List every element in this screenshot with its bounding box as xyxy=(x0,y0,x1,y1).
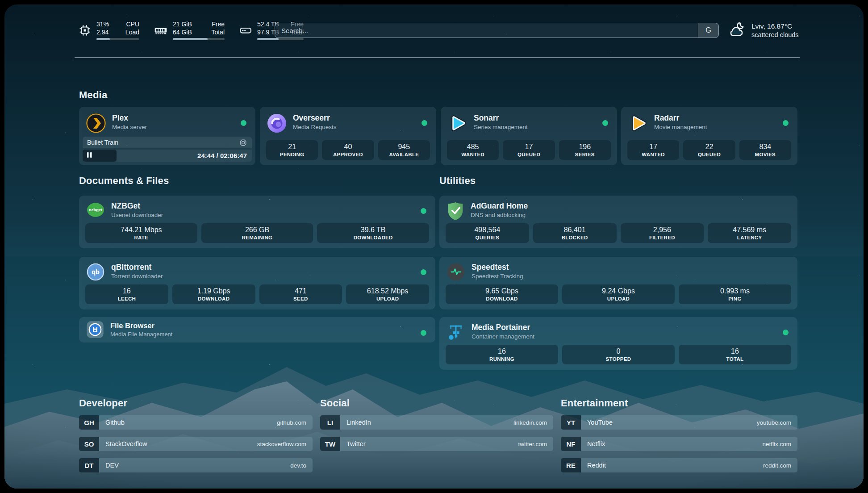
header: 31%CPU 2.94Load xyxy=(75,18,800,46)
playback-elapsed-fill xyxy=(83,150,117,162)
portainer-icon xyxy=(447,323,465,342)
youtube-abbr: YT xyxy=(561,415,581,430)
adguard-stat-blocked: 86,401BLOCKED xyxy=(533,223,617,243)
memory-stat-widget: 21 GiBFree 64 GiBTotal xyxy=(154,21,225,40)
weather-location-temp: Lviv, 16.87°C xyxy=(751,22,799,31)
portainer-stat-total: 16TOTAL xyxy=(679,345,791,364)
now-playing-title: Bullet Train xyxy=(87,139,118,146)
header-divider xyxy=(75,57,800,58)
adguard-stat-latency: 47.569 msLATENCY xyxy=(708,223,791,243)
nzbget-subtitle: Usenet downloader xyxy=(111,211,163,219)
overseerr-status-dot xyxy=(421,120,427,126)
disk-progress-fill xyxy=(257,38,279,40)
section-title-utilities: Utilities xyxy=(439,175,476,187)
disk-icon xyxy=(239,24,252,37)
overseerr-icon xyxy=(267,113,287,133)
speedtest-stat-upload: 9.24 GbpsUPLOAD xyxy=(562,284,675,304)
sonarr-title: Sonarr xyxy=(474,113,528,123)
qbittorrent-card[interactable]: qb qBittorrent Torrent downloader 16LEEC… xyxy=(79,257,435,309)
linkedin-abbr: LI xyxy=(320,415,340,430)
overseerr-stat-pending: 21PENDING xyxy=(266,140,318,160)
speedtest-subtitle: Speedtest Tracking xyxy=(472,272,523,280)
plex-status-dot xyxy=(241,120,246,126)
portainer-status-dot xyxy=(783,330,789,335)
radarr-stat-wanted: 17WANTED xyxy=(627,140,679,160)
search-input[interactable] xyxy=(275,23,698,38)
speedtest-icon xyxy=(447,263,465,281)
filebrowser-subtitle: Media File Management xyxy=(110,330,172,338)
qbittorrent-stat-leech: 16LEECH xyxy=(85,284,168,304)
playback-time: 24:44 / 02:06:47 xyxy=(197,152,252,159)
section-title-developer: Developer xyxy=(79,397,127,409)
radarr-subtitle: Movie management xyxy=(654,123,707,131)
speedtest-stat-download: 9.65 GbpsDOWNLOAD xyxy=(446,284,558,304)
sonarr-stat-series: 196SERIES xyxy=(559,140,611,160)
stackoverflow-abbr: SO xyxy=(79,437,99,451)
bookmark-linkedin[interactable]: LI LinkedInlinkedin.com xyxy=(320,415,553,430)
bookmark-stackoverflow[interactable]: SO StackOverflowstackoverflow.com xyxy=(79,437,313,451)
sonarr-status-dot xyxy=(602,120,608,126)
radarr-stat-queued: 22QUEUED xyxy=(683,140,735,160)
plex-icon xyxy=(86,113,106,133)
radarr-card[interactable]: Radarr Movie management 17WANTED 22QUEUE… xyxy=(621,107,797,165)
adguard-subtitle: DNS and adblocking xyxy=(471,211,528,219)
portainer-subtitle: Container management xyxy=(472,333,534,340)
filebrowser-icon xyxy=(86,321,104,338)
radarr-stat-movies: 834MOVIES xyxy=(739,140,791,160)
filebrowser-card[interactable]: File Browser Media File Management xyxy=(79,317,435,343)
adguard-card[interactable]: AdGuard Home DNS and adblocking 498,564Q… xyxy=(439,196,797,248)
radarr-status-dot xyxy=(783,120,789,126)
plex-now-playing: Bullet Train xyxy=(83,137,252,162)
filebrowser-status-dot xyxy=(421,330,426,336)
search-provider-button[interactable]: G xyxy=(698,23,718,38)
portainer-stat-running: 16RUNNING xyxy=(446,345,558,364)
section-title-social: Social xyxy=(320,397,350,409)
overseerr-card[interactable]: Overseerr Media Requests 21PENDING 40APP… xyxy=(260,107,436,165)
memory-label-top: Free xyxy=(212,21,225,29)
section-title-entertainment: Entertainment xyxy=(561,397,628,409)
bookmark-reddit[interactable]: RE Redditreddit.com xyxy=(561,458,797,472)
overseerr-title: Overseerr xyxy=(293,113,337,123)
entertainment-bookmarks: YT YouTubeyoutube.com NF Netflixnetflix.… xyxy=(561,415,797,472)
portainer-card[interactable]: Media Portainer Container management 16R… xyxy=(439,317,797,370)
nzbget-icon: nzbget xyxy=(86,201,105,218)
session-icon[interactable] xyxy=(239,138,247,147)
pause-icon[interactable] xyxy=(87,152,92,160)
cpu-label-top: CPU xyxy=(126,21,139,29)
cpu-label-bottom: Load xyxy=(125,29,139,37)
dev-abbr: DT xyxy=(79,458,99,472)
qbittorrent-stat-seed: 471SEED xyxy=(259,284,342,304)
bookmark-youtube[interactable]: YT YouTubeyoutube.com xyxy=(561,415,797,430)
radarr-title: Radarr xyxy=(654,113,707,123)
sonarr-icon xyxy=(448,113,467,133)
sonarr-stat-queued: 17QUEUED xyxy=(503,140,555,160)
cpu-icon xyxy=(78,24,92,37)
nzbget-card[interactable]: nzbget NZBGet Usenet downloader 744.21 M… xyxy=(79,196,435,248)
plex-card[interactable]: Plex Media server Bullet Train xyxy=(79,107,255,165)
overseerr-stat-available: 945AVAILABLE xyxy=(378,140,430,160)
sonarr-subtitle: Series management xyxy=(474,123,528,131)
adguard-icon xyxy=(447,201,464,221)
playback-progress-bar[interactable]: 24:44 / 02:06:47 xyxy=(83,150,252,162)
adguard-stat-queries: 498,564QUERIES xyxy=(446,223,529,243)
cpu-stat-widget: 31%CPU 2.94Load xyxy=(78,21,139,40)
weather-condition: scattered clouds xyxy=(751,31,799,39)
nzbget-stat-downloaded: 39.6 TBDOWNLOADED xyxy=(317,223,429,243)
disk-progress-track xyxy=(257,38,304,40)
twitter-abbr: TW xyxy=(320,437,340,451)
svg-text:qb: qb xyxy=(92,268,100,276)
bookmark-github[interactable]: GH Githubgithub.com xyxy=(79,415,313,430)
bookmark-twitter[interactable]: TW Twittertwitter.com xyxy=(320,437,553,451)
memory-progress-track xyxy=(173,38,225,40)
speedtest-title: Speedtest xyxy=(472,262,523,272)
memory-free: 21 GiB xyxy=(173,21,192,29)
portainer-stat-stopped: 0STOPPED xyxy=(562,345,675,364)
netflix-abbr: NF xyxy=(561,437,581,451)
qbittorrent-stat-download: 1.19 GbpsDOWNLOAD xyxy=(172,284,255,304)
speedtest-card[interactable]: Speedtest Speedtest Tracking 9.65 GbpsDO… xyxy=(439,257,797,309)
bookmark-netflix[interactable]: NF Netflixnetflix.com xyxy=(561,437,797,451)
sonarr-card[interactable]: Sonarr Series management 485WANTED 17QUE… xyxy=(441,107,617,165)
bookmark-dev[interactable]: DT DEVdev.to xyxy=(79,458,313,472)
overseerr-subtitle: Media Requests xyxy=(293,123,337,131)
cpu-progress-fill xyxy=(96,38,110,40)
